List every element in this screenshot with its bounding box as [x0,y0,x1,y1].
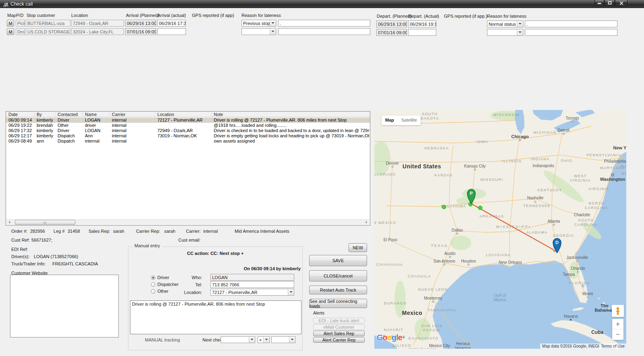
next-check-plus-select[interactable]: + [258,336,270,343]
cust-email-label: Cust email: [178,238,200,242]
cust-ref-label: Cust Ref: [11,238,30,242]
log-col-by[interactable]: By [35,112,42,117]
manual-entry-group [128,246,303,350]
minimize-icon [598,3,601,4]
col-arrival-actual: Arrival (actual) [157,13,186,18]
chevron-down-icon[interactable] [270,20,276,26]
terms-of-use-link[interactable]: Terms of Use [599,344,626,349]
radio-driver-label: Driver [157,275,169,280]
zoom-out-button[interactable]: − [612,329,623,340]
city-marker [456,233,458,235]
chevron-down-icon[interactable] [517,21,523,27]
col-map: Map [7,13,16,18]
zoom-in-button[interactable]: + [612,319,623,329]
restart-auto-track-button[interactable]: Restart Auto Track [309,286,367,294]
entry-note-textarea[interactable]: Driver is rolling @ 72127 - Plumerville,… [130,300,301,334]
depart-reason-text[interactable]: . [525,21,617,27]
carrier-label: Carrier: [186,229,201,234]
reason-lateness-text[interactable]: . [278,20,370,27]
pd-field[interactable]: Drop [16,28,25,35]
cc-action-text: CC action: CC: Next stop + [187,251,244,256]
table-row[interactable]: 06/29 12:17kimberly DispatchAnn internal… [6,133,370,139]
depart-planned-field[interactable]: 06/29/16 13:00 [376,21,407,27]
close-cancel-button[interactable]: CLOSE/cancel [309,270,367,281]
radio-other[interactable] [151,289,155,294]
city-marker [568,277,570,279]
map-button[interactable]: M [7,28,14,35]
depart-reason-select[interactable]: Normal status [487,21,523,27]
arrival-actual-field[interactable]: 06/29/16 17:30 [157,20,186,27]
arrival-planned-field[interactable]: 07/01/16 09:00 [125,28,156,35]
entry-location-select[interactable]: 72127 - Plumerville,AR [211,289,294,296]
depart-reason-select[interactable] [487,29,523,36]
see-sell-loads-button[interactable]: See and Sell connecting loads [309,299,367,308]
reason-lateness-select[interactable]: Previous stop [242,20,276,27]
scrollbar-thumb[interactable] [15,220,75,225]
city-marker [519,139,521,141]
city-marker [576,260,578,262]
log-col-note[interactable]: Note [212,112,223,117]
table-row[interactable]: 06/29 17:32kimberly DriverLOGAN internal… [6,128,370,133]
location-field[interactable]: 72949 - Ozark,AR [71,20,124,27]
pegman-control[interactable] [612,305,624,317]
maximize-button[interactable] [605,0,615,6]
maximize-icon [608,1,611,4]
customer-website-box[interactable] [10,275,119,337]
map-type-map-button[interactable]: Map [382,116,398,125]
log-col-carrier[interactable]: Carrier [110,112,126,117]
route-map[interactable]: P D SOUTH DAKOTA WISCONSIN MICHIGAN IOWA… [374,110,626,349]
close-button[interactable] [615,0,627,6]
arrival-actual-field[interactable] [157,28,186,35]
map-canvas: P D [374,110,626,349]
city-marker [611,174,614,176]
location-field[interactable]: 32024 - Lake City,FL [71,28,124,35]
new-button[interactable]: NEW [349,243,367,252]
chevron-down-icon[interactable] [517,29,523,35]
map-button[interactable]: M [7,20,14,27]
next-check-unit-select[interactable] [271,336,295,343]
table-row[interactable]: 06/30 09:14kimberly DriverLOGAN internal… [6,118,370,123]
pegman-icon [612,305,624,317]
depart-actual-field[interactable] [408,29,436,36]
minimize-button[interactable] [594,0,604,6]
chevron-down-icon[interactable] [270,29,276,35]
reason-lateness-text[interactable] [278,28,370,35]
log-col-name[interactable]: Name [83,112,97,117]
entry-stamp-text: On 06/30 09:14 by kimberly [244,266,301,271]
chevron-down-icon[interactable] [249,337,255,343]
scroll-right-button[interactable] [364,220,369,225]
reason-lateness-select[interactable] [242,28,276,35]
table-row[interactable]: 06/29 08:49ann Dispatchinternal internal… [6,139,370,144]
radio-dispatcher[interactable] [151,282,155,287]
arrival-planned-field[interactable]: 06/29/16 13:00 [125,20,156,27]
log-col-contacted[interactable]: Contacted [56,112,78,117]
city-marker [392,166,394,168]
log-col-location[interactable]: Location [155,112,174,117]
stop-customer-field[interactable]: BUTTERBALL-oza [26,20,70,27]
scroll-left-button[interactable] [6,220,12,225]
tel-field[interactable]: 713 852 7066 [211,281,294,288]
depart-actual-field[interactable]: 06/29/16 19:18 [408,21,436,27]
radio-driver[interactable] [151,275,155,280]
who-label: Who: [192,275,202,280]
who-field[interactable]: LOGAN [211,274,294,281]
alert-sales-rep-button[interactable]: Alert Sales Rep [313,331,365,336]
pd-field[interactable]: Pick [16,20,25,27]
app-icon [3,2,8,6]
log-col-date[interactable]: Date [6,112,18,117]
save-button[interactable]: SAVE [309,255,367,266]
horizontal-scrollbar[interactable] [6,219,369,225]
chevron-down-icon[interactable] [263,337,269,343]
col-arrival-planned: Arrival (Planned) [126,13,159,18]
col-reason-depart: Reason for lateness [487,14,526,19]
depart-reason-text[interactable] [525,29,617,36]
alert-carrier-rep-button[interactable]: Alert Carrier Rep [313,337,365,343]
chevron-down-icon[interactable] [289,337,295,343]
chevron-down-icon[interactable] [288,289,294,295]
drivers-value: LOGAN (7138527066) [34,254,78,259]
map-type-satellite-button[interactable]: Satellite [398,116,421,125]
stop-customer-field[interactable]: US COLD STORAGE-lak [26,28,70,35]
next-check-select[interactable] [221,336,255,343]
depart-planned-field[interactable]: 07/01/16 09:00 [376,29,407,36]
table-row[interactable]: 06/29 19:22brendah Otherdriver internal … [6,123,370,128]
